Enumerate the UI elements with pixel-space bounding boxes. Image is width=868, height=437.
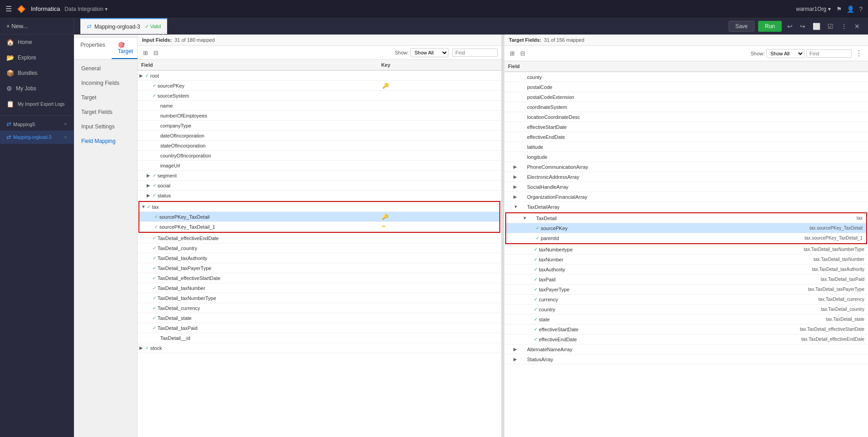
expand-icon[interactable]: ▶ xyxy=(513,164,518,169)
validate-icon[interactable]: ☑ xyxy=(826,22,835,31)
more-icon[interactable]: ⋮ xyxy=(839,22,849,31)
target-row[interactable]: postalCodeExtension xyxy=(504,92,868,102)
flag-icon[interactable]: ⚑ xyxy=(836,5,842,13)
input-row[interactable]: ✓ sourcePKey 🔑 xyxy=(138,81,501,91)
target-row[interactable]: ✓ taxNumbertype tax.TaxDetail_taxNumberT… xyxy=(504,245,868,255)
input-row[interactable]: stateOfIncorporation xyxy=(138,141,501,151)
preview-icon[interactable]: ⬜ xyxy=(811,22,822,31)
target-more-icon[interactable]: ⋮ xyxy=(853,48,864,59)
input-row[interactable]: name xyxy=(138,101,501,111)
target-row[interactable]: ✓ effectiveStartDate tax.TaxDetail_effec… xyxy=(504,324,868,334)
expand-icon[interactable]: ▶ xyxy=(513,184,518,189)
user-menu[interactable]: warmar1Org ▾ xyxy=(796,6,831,12)
expand-icon[interactable]: ▶ xyxy=(513,357,518,362)
mapping-orgload-close-icon[interactable]: ✕ xyxy=(64,135,67,140)
input-row[interactable]: dateOfIncorporation xyxy=(138,131,501,141)
target-row[interactable]: ✓ state tax.TaxDetail_state xyxy=(504,314,868,324)
expand-all-icon[interactable]: ⊞ xyxy=(141,49,150,57)
input-row[interactable]: ✓ TaxDetail_taxPayerType xyxy=(138,263,501,273)
expand-icon[interactable]: ▶ xyxy=(147,183,151,188)
target-row[interactable]: ▶ PhoneCommunicationArray xyxy=(504,162,868,172)
target-collapse-all-icon[interactable]: ⊟ xyxy=(518,49,527,58)
target-row[interactable]: postalCode xyxy=(504,82,868,92)
run-button[interactable]: Run xyxy=(758,21,782,32)
target-row[interactable]: ✓ taxPayerType tax.TaxDetail_taxPayerTyp… xyxy=(504,285,868,295)
input-row[interactable]: companyType xyxy=(138,121,501,131)
target-row[interactable]: latitude xyxy=(504,142,868,152)
input-row[interactable]: imageUrl xyxy=(138,161,501,171)
expand-icon[interactable]: ▶ xyxy=(147,173,151,178)
new-button[interactable]: + New... xyxy=(0,18,74,34)
target-row[interactable]: county xyxy=(504,72,868,82)
input-row[interactable]: ✓ TaxDetail_country xyxy=(138,243,501,253)
input-row[interactable]: ▶ ✓ social xyxy=(138,181,501,191)
target-row[interactable]: ✓ taxPaid tax.TaxDetail_taxPaid xyxy=(504,275,868,285)
nav-incoming-fields[interactable]: Incoming Fields xyxy=(74,76,137,90)
input-row[interactable]: countryOfIncorporation xyxy=(138,151,501,161)
input-row[interactable]: ▶ ✓ segment xyxy=(138,171,501,181)
input-row[interactable]: ✓ TaxDetail_taxPaid xyxy=(138,323,501,333)
expand-icon[interactable]: ▶ xyxy=(513,194,518,199)
expand-icon[interactable]: ▶ xyxy=(513,347,518,352)
sidebar-item-bundles[interactable]: 📦 Bundles xyxy=(0,65,74,81)
expand-icon[interactable]: ▶ xyxy=(139,345,144,350)
input-row[interactable]: ▶ ✓ stock xyxy=(138,343,501,353)
input-row[interactable]: ✓ TaxDetail_taxNumber xyxy=(138,283,501,293)
target-row[interactable]: ▼ TaxDetail tax xyxy=(506,213,866,223)
user-icon[interactable]: 👤 xyxy=(847,5,854,13)
target-row[interactable]: ✓ taxAuthority tax.TaxDetail_taxAuthorit… xyxy=(504,265,868,275)
target-row[interactable]: ▶ ElectronicAddressArray xyxy=(504,172,868,182)
nav-field-mapping[interactable]: Field Mapping xyxy=(74,134,137,148)
expand-icon[interactable]: ▼ xyxy=(513,204,518,209)
close-icon[interactable]: ✕ xyxy=(853,22,862,31)
input-row[interactable]: numberOfEmployees xyxy=(138,111,501,121)
target-row[interactable]: ✓ sourcePKey tax.sourcePKey_TaxDetail xyxy=(506,223,866,233)
input-row[interactable]: ✓ sourceSystem xyxy=(138,91,501,101)
target-row[interactable]: ✓ taxNumber tax.TaxDetail_taxNumber xyxy=(504,255,868,265)
target-row[interactable]: ▶ StatusArray xyxy=(504,354,868,364)
target-show-select[interactable]: Show All Mapped Unmapped xyxy=(766,49,804,58)
sidebar-item-my-jobs[interactable]: ⚙ My Jobs xyxy=(0,81,74,96)
target-row[interactable]: locationCoordinateDesc xyxy=(504,112,868,122)
input-row[interactable]: ▶ ✓ status xyxy=(138,191,501,201)
input-row[interactable]: ✓ TaxDetail_effectiveEndDate xyxy=(138,233,501,243)
tab-mapping-orgload-3[interactable]: ⇄ Mapping-orgload-3 ✓ Valid xyxy=(80,18,168,34)
target-row[interactable]: effectiveEndDate xyxy=(504,132,868,142)
input-row[interactable]: ▶ ✓ root xyxy=(138,71,501,81)
input-row[interactable]: ✓ TaxDetail_effectiveStartDate xyxy=(138,273,501,283)
input-row[interactable]: TaxDetail__id xyxy=(138,333,501,343)
tab-target[interactable]: 🎯 Target xyxy=(112,38,139,59)
input-row[interactable]: ✓ TaxDetail_taxNumberType xyxy=(138,293,501,303)
expand-icon[interactable]: ▼ xyxy=(141,204,146,209)
nav-input-settings[interactable]: Input Settings xyxy=(74,119,137,134)
target-expand-all-icon[interactable]: ⊞ xyxy=(508,49,517,58)
tab-properties[interactable]: Properties xyxy=(74,38,112,59)
target-row[interactable]: ▼ TaxDetailArray xyxy=(504,202,868,212)
expand-icon[interactable]: ▶ xyxy=(147,193,151,198)
target-row[interactable]: ✓ effectiveEndDate tax.TaxDetail_effecti… xyxy=(504,334,868,344)
target-row[interactable]: longitude xyxy=(504,152,868,162)
nav-general[interactable]: General xyxy=(74,61,137,76)
nav-target[interactable]: Target xyxy=(74,90,137,105)
target-row[interactable]: ✓ country tax.TaxDetail_country xyxy=(504,304,868,314)
input-find-input[interactable] xyxy=(452,49,498,57)
expand-icon[interactable]: ▶ xyxy=(139,73,144,78)
redo-icon[interactable]: ↪ xyxy=(798,22,807,31)
input-row[interactable]: ✓ sourcePKey_TaxDetail 🔑 xyxy=(139,212,499,222)
expand-icon[interactable]: ▼ xyxy=(523,216,527,221)
undo-icon[interactable]: ↩ xyxy=(785,22,794,31)
save-button[interactable]: Save xyxy=(729,21,755,32)
input-row[interactable]: ✓ sourcePKey_TaxDetail_1 ✏ xyxy=(139,222,499,232)
collapse-all-icon[interactable]: ⊟ xyxy=(152,49,160,57)
help-icon[interactable]: ? xyxy=(859,5,863,13)
expand-icon[interactable]: ▶ xyxy=(513,174,518,179)
sidebar-item-home[interactable]: 🏠 Home xyxy=(0,34,74,50)
sidebar-item-mapping-orgload-3[interactable]: ⇄ Mapping-orgload-3 ✕ xyxy=(0,131,74,144)
sidebar-item-explore[interactable]: 📂 Explore xyxy=(0,50,74,65)
target-row[interactable]: coordinateSystem xyxy=(504,102,868,112)
mapping5-close-icon[interactable]: ✕ xyxy=(64,122,67,127)
sidebar-item-import-export[interactable]: 📋 My Import/ Export Logs xyxy=(0,96,74,112)
sidebar-item-mapping5[interactable]: ⇄ Mapping5 ✕ xyxy=(0,118,74,131)
target-row[interactable]: effectiveStartDate xyxy=(504,122,868,132)
target-row[interactable]: ✓ parentId tax.sourcePKey_TaxDetail_1 xyxy=(506,233,866,243)
